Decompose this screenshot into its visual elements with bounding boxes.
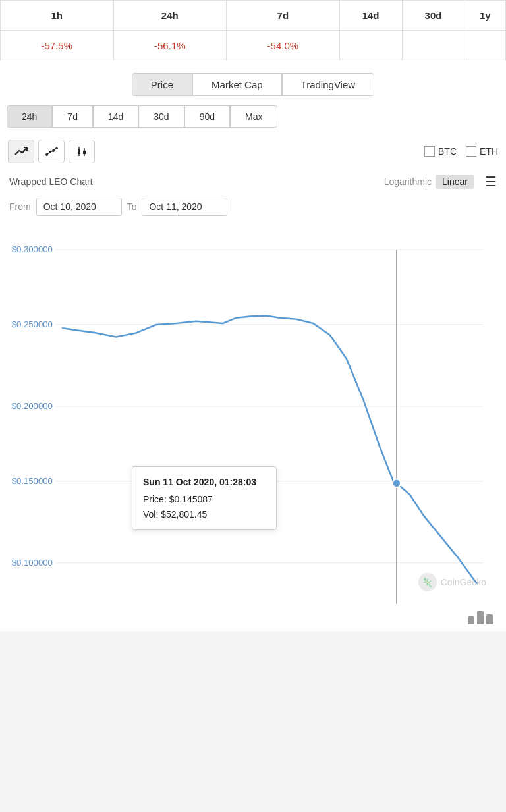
- tooltip-vol-label: Vol:: [143, 509, 158, 520]
- btc-label: BTC: [438, 146, 457, 157]
- scatter-icon[interactable]: [38, 140, 65, 163]
- coingecko-text: CoinGecko: [441, 577, 486, 587]
- tab-24h[interactable]: 24h: [7, 105, 52, 128]
- chart-tooltip: Sun 11 Oct 2020, 01:28:03 Price: $0.1450…: [132, 466, 277, 530]
- tooltip-price: Price: $0.145087: [143, 492, 266, 506]
- chart-menu-icon[interactable]: ☰: [485, 174, 497, 190]
- chart-svg: $0.300000 $0.250000 $0.200000 $0.150000 …: [9, 223, 497, 631]
- period-header-14d[interactable]: 14d: [339, 1, 402, 31]
- period-header-24h[interactable]: 24h: [113, 1, 227, 31]
- date-range-row: From To: [0, 194, 506, 223]
- chart-title: Wrapped LEO Chart: [9, 176, 384, 187]
- svg-text:$0.300000: $0.300000: [12, 244, 53, 254]
- btc-eth-checks: BTC ETH: [424, 146, 498, 157]
- period-header-1h[interactable]: 1h: [1, 1, 114, 31]
- period-value: -56.1%: [113, 31, 227, 61]
- svg-text:$0.250000: $0.250000: [12, 319, 53, 329]
- to-label: To: [127, 202, 137, 212]
- period-header-30d[interactable]: 30d: [402, 1, 464, 31]
- tab-90d[interactable]: 90d: [184, 105, 230, 128]
- bar-3: [486, 614, 493, 624]
- tab-30d[interactable]: 30d: [138, 105, 184, 128]
- chart-controls: BTC ETH: [0, 134, 506, 169]
- tab-7d[interactable]: 7d: [52, 105, 93, 128]
- btc-checkbox-label[interactable]: BTC: [424, 146, 457, 157]
- chart-header: Wrapped LEO Chart Logarithmic Linear ☰: [0, 169, 506, 194]
- eth-label: ETH: [480, 146, 498, 157]
- time-range-bar: 24h 7d 14d 30d 90d Max: [0, 105, 506, 134]
- tab-14d[interactable]: 14d: [93, 105, 138, 128]
- period-value: [464, 31, 506, 61]
- coingecko-icon: 🦎: [418, 573, 437, 591]
- tooltip-vol: Vol: $52,801.45: [143, 507, 266, 522]
- coingecko-watermark: 🦎 CoinGecko: [418, 573, 486, 591]
- bar-2: [477, 611, 484, 624]
- period-header-7d[interactable]: 7d: [227, 1, 340, 31]
- period-value: [402, 31, 464, 61]
- chart-type-tabs: Price Market Cap TradingView: [0, 61, 506, 105]
- period-value: -57.5%: [1, 31, 114, 61]
- btc-checkbox[interactable]: [424, 146, 435, 157]
- svg-rect-7: [78, 149, 80, 154]
- from-label: From: [9, 202, 31, 212]
- trend-up-icon[interactable]: [8, 140, 34, 163]
- tooltip-date: Sun 11 Oct 2020, 01:28:03: [143, 475, 266, 489]
- eth-checkbox[interactable]: [466, 146, 476, 157]
- logarithmic-scale[interactable]: Logarithmic: [384, 176, 432, 187]
- tab-price[interactable]: Price: [132, 73, 192, 96]
- tooltip-price-label: Price:: [143, 494, 167, 504]
- svg-line-4: [47, 152, 50, 155]
- candlestick-icon[interactable]: [69, 140, 95, 163]
- svg-text:$0.150000: $0.150000: [12, 476, 53, 486]
- linear-scale[interactable]: Linear: [436, 175, 474, 189]
- chart-area: $0.300000 $0.250000 $0.200000 $0.150000 …: [0, 223, 506, 631]
- svg-line-6: [53, 148, 57, 151]
- tab-market-cap[interactable]: Market Cap: [192, 73, 282, 96]
- period-table: 1h24h7d14d30d1y -57.5%-56.1%-54.0%: [0, 0, 506, 61]
- from-date-input[interactable]: [36, 198, 122, 216]
- period-header-1y[interactable]: 1y: [464, 1, 506, 31]
- period-value: [339, 31, 402, 61]
- bar-1: [468, 616, 474, 624]
- tab-max[interactable]: Max: [230, 105, 277, 128]
- scale-options: Logarithmic Linear ☰: [384, 174, 497, 190]
- tab-trading-view[interactable]: TradingView: [282, 73, 375, 96]
- tooltip-price-value: $0.145087: [169, 494, 213, 504]
- svg-text:$0.200000: $0.200000: [12, 401, 53, 411]
- svg-point-24: [393, 479, 401, 487]
- eth-checkbox-label[interactable]: ETH: [466, 146, 498, 157]
- svg-rect-10: [83, 151, 86, 154]
- tooltip-vol-value: $52,801.45: [161, 509, 207, 520]
- bottom-bars: [468, 605, 493, 624]
- period-value: -54.0%: [227, 31, 340, 61]
- svg-text:$0.100000: $0.100000: [12, 558, 53, 568]
- to-date-input[interactable]: [142, 198, 227, 216]
